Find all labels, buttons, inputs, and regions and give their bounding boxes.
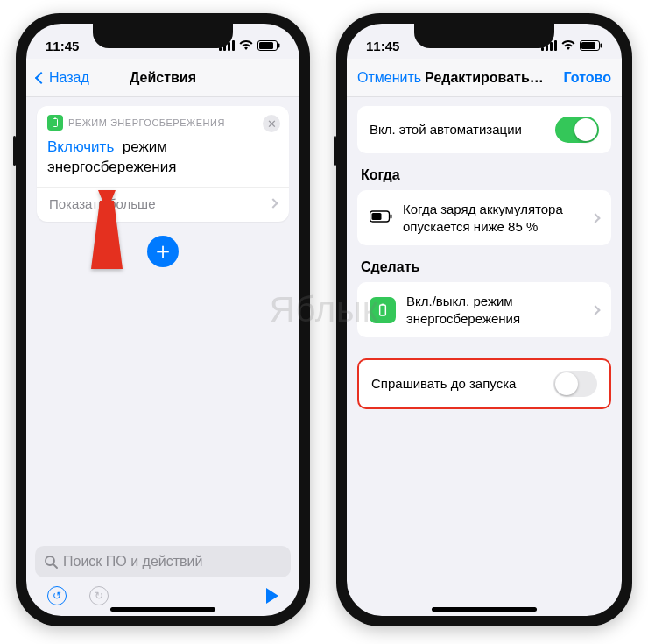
home-indicator[interactable]	[110, 607, 215, 612]
nav-title: Редактировать автомати…	[421, 70, 550, 86]
remove-action-button[interactable]: ✕	[263, 115, 280, 132]
nav-bar: Назад Действия	[26, 59, 299, 97]
search-icon	[44, 555, 58, 569]
phone-left: 11:45 Назад Действия	[16, 13, 310, 626]
back-button[interactable]: Назад	[37, 70, 98, 86]
svg-rect-24	[382, 303, 384, 304]
done-label: Готово	[564, 70, 611, 86]
action-text: Включить режим энергосбережения	[47, 138, 278, 178]
annotation-arrow	[81, 190, 133, 272]
chevron-right-icon	[590, 305, 600, 315]
battery-icon	[580, 40, 602, 51]
nav-bar: Отменить Редактировать автомати… Готово	[347, 59, 622, 97]
add-action-button[interactable]: ＋	[147, 236, 179, 267]
when-text: Когда заряд аккумулятора опускается ниже…	[403, 201, 592, 235]
enable-label: Вкл. этой автоматизации	[370, 121, 522, 138]
cancel-button[interactable]: Отменить	[357, 70, 421, 86]
chevron-right-icon	[268, 199, 278, 209]
battery-icon	[257, 40, 280, 51]
search-placeholder: Поиск ПО и действий	[63, 554, 202, 570]
notch	[414, 24, 554, 48]
run-button[interactable]	[266, 588, 278, 604]
svg-line-12	[53, 564, 57, 568]
ask-before-label: Спрашивать до запуска	[371, 375, 516, 393]
low-power-icon	[47, 115, 63, 131]
notch	[93, 24, 233, 48]
battery-level-icon	[370, 210, 392, 226]
svg-marker-10	[91, 201, 123, 269]
svg-rect-6	[278, 44, 280, 48]
section-do: Сделать	[361, 259, 608, 275]
svg-rect-23	[380, 305, 386, 315]
toggle-word[interactable]: Включить	[47, 138, 114, 155]
phone-right: 11:45 Отменить Редактировать автомати… Г…	[336, 13, 632, 626]
back-label: Назад	[49, 70, 89, 86]
toolbar: ↺ ↻	[35, 577, 291, 605]
status-time: 11:45	[46, 39, 79, 53]
enable-toggle[interactable]	[555, 117, 599, 143]
watermark: Яблык	[270, 289, 379, 329]
svg-rect-5	[259, 42, 273, 49]
svg-rect-22	[391, 214, 392, 218]
when-row[interactable]: Когда заряд аккумулятора опускается ниже…	[357, 190, 611, 245]
svg-rect-15	[550, 42, 553, 51]
action-card[interactable]: РЕЖИМ ЭНЕРГОСБЕРЕЖЕНИЯ ✕ Включить режим …	[37, 106, 289, 222]
do-row[interactable]: Вкл./выкл. режим энергосбережения	[357, 282, 611, 337]
svg-rect-3	[232, 40, 235, 51]
svg-rect-21	[372, 213, 382, 220]
chevron-left-icon	[35, 71, 47, 83]
done-button[interactable]: Готово	[550, 70, 611, 86]
svg-rect-8	[54, 118, 56, 119]
show-more-row[interactable]: Показать больше	[37, 187, 289, 213]
svg-rect-18	[581, 42, 595, 49]
search-input[interactable]: Поиск ПО и действий	[35, 546, 291, 577]
do-text: Вкл./выкл. режим энергосбережения	[406, 293, 592, 327]
wifi-icon	[561, 40, 575, 51]
card-header-label: РЕЖИМ ЭНЕРГОСБЕРЕЖЕНИЯ	[68, 117, 225, 128]
enable-automation-row: Вкл. этой автоматизации	[357, 106, 611, 153]
svg-rect-19	[601, 44, 602, 48]
wifi-icon	[239, 40, 253, 51]
ask-before-row: Спрашивать до запуска	[357, 358, 611, 409]
nav-title: Действия	[98, 70, 228, 86]
redo-button[interactable]: ↻	[89, 586, 109, 605]
svg-rect-16	[554, 40, 557, 51]
home-indicator[interactable]	[432, 607, 537, 612]
status-time: 11:45	[366, 39, 399, 53]
undo-button[interactable]: ↺	[47, 586, 67, 605]
chevron-right-icon	[590, 213, 600, 223]
section-when: Когда	[361, 167, 608, 183]
svg-rect-7	[53, 119, 58, 127]
ask-before-toggle[interactable]	[553, 371, 597, 397]
cancel-label: Отменить	[357, 70, 421, 86]
